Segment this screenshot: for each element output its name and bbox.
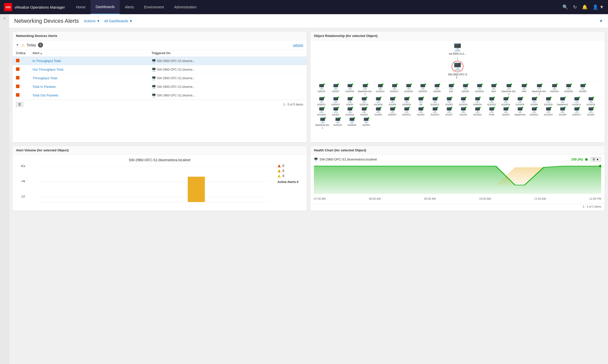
alert-device: 🖥️SW-2960-OFC-S1.blueme...	[152, 93, 303, 97]
share-icon[interactable]: ✦	[599, 18, 603, 24]
rel-child-node[interactable]: 🖥️ Gi1/0/22	[471, 107, 484, 116]
rel-child-node[interactable]: 🖥️ Gi3/0/24	[471, 97, 484, 106]
green-status-dot	[366, 97, 367, 98]
alert-name-link[interactable]: Throughput Total	[32, 76, 57, 80]
nav-dashboards[interactable]: Dashboards	[91, 0, 120, 14]
rel-child-node[interactable]: 🖥️ Gi2/0/7	[329, 84, 342, 96]
rel-child-node[interactable]: 🖥️ Gi1/0/25	[513, 97, 526, 106]
rel-child-node[interactable]: 🖥️ Gi2/0/16	[473, 84, 486, 96]
rel-child-node[interactable]: 🖥️ Gi1/0/15	[343, 84, 356, 96]
rel-child-icon: 🖥️	[474, 97, 481, 103]
rel-child-node[interactable]: 🖥️ Gi3/0/1	[343, 97, 356, 106]
rel-child-node[interactable]: 🖥️ Gi1/0/2	[584, 107, 597, 116]
rel-child-node[interactable]: 🖥️ Gi3/0/21	[315, 97, 328, 106]
rel-child-node[interactable]: 🖥️ Vl40	[517, 84, 531, 96]
rel-child-node[interactable]: 🖥️ Gi1/0/19	[499, 97, 512, 106]
refresh-icon[interactable]: ↻	[573, 4, 577, 10]
rel-child-node[interactable]: 🖥️ Gi2/0/9	[386, 97, 399, 106]
rel-child-node[interactable]: 🖥️ Gi2/0/5	[459, 84, 472, 96]
rel-child-node[interactable]: 🖥️ Gi1/0/12	[374, 84, 387, 96]
rel-child-label: Gi2/0/16	[475, 90, 484, 93]
rel-child-node[interactable]: 🖥️ Gi1/0/24	[457, 97, 470, 106]
rel-child-node[interactable]: 🖥️ Gi1/0/23	[343, 107, 356, 116]
rel-child-node[interactable]: 🖥️ StackPort2	[513, 107, 526, 116]
rel-child-node[interactable]: 🖥️ StackPort1	[556, 97, 569, 106]
rel-child-node[interactable]: 🖥️ Gi1/0/10	[542, 107, 555, 116]
nav-alerts[interactable]: Alerts	[120, 0, 139, 14]
rel-child-node[interactable]: 🖥️ Gi1/0/1	[329, 107, 342, 116]
actions-menu[interactable]: Actions ▼	[84, 19, 100, 23]
rel-child-node[interactable]: 🖥️ Gi1/0/6	[528, 97, 541, 106]
rel-child-node[interactable]: 🖥️ Gi2/0/27	[329, 97, 342, 106]
rel-child-node[interactable]: 🖥️ Gi2/0/23	[548, 84, 561, 96]
rel-child-node[interactable]: 🖥️ StackSub-St2-1	[315, 117, 330, 129]
rel-child-node[interactable]: 🖥️ Gi2/0/20	[400, 97, 413, 106]
alert-table-row[interactable]: In Throughput Total 🖥️SW-2960-OFC-S1.blu…	[12, 57, 307, 65]
rel-child-node[interactable]: 🖥️ Gi1/0/8	[556, 107, 569, 116]
rel-child-node[interactable]: 🖥️ Gi1/0/20	[542, 97, 555, 106]
rel-child-node[interactable]: 🖥️ StackSub-St1-2	[532, 84, 547, 96]
rel-child-node[interactable]: 🖥️ Gi1/0/6	[372, 107, 385, 116]
bell-icon[interactable]: 🔔	[582, 4, 587, 10]
rel-child-node[interactable]: 🖥️ Gi1/0/10	[584, 97, 597, 106]
alert-table-row[interactable]: Total In Packets 🖥️SW-2960-OFC-S1.blueme…	[12, 83, 307, 91]
alert-table-row[interactable]: Total Out Packets 🖥️SW-2960-OFC-S1.bluem…	[12, 91, 307, 100]
alert-name-link[interactable]: Total Out Packets	[32, 93, 58, 97]
rel-child-node[interactable]: 🖥️ Vlt	[414, 97, 427, 106]
search-icon[interactable]: 🔍	[562, 4, 568, 10]
rel-child-node[interactable]: 🖥️ Gi2/0/18	[357, 97, 371, 106]
rel-child-node[interactable]: 🖥️ Gi2/0/4	[357, 107, 371, 116]
rel-child-node[interactable]: 🖥️ Gi1/0/3	[442, 97, 456, 106]
rel-child-node[interactable]: 🖥️ Gi1/0/4	[457, 107, 470, 116]
rel-child-node[interactable]: 🖥️ Gi3/0/17	[570, 107, 583, 116]
rel-child-label: Gi3/0/17	[572, 113, 581, 116]
hc-legend-button[interactable]: ☰ ▼	[590, 157, 601, 162]
col-alert[interactable]: Alert ▲	[29, 50, 148, 57]
all-dashboards-menu[interactable]: All Dashboards ▼	[104, 19, 133, 23]
alert-name-link[interactable]: In Throughput Total	[32, 59, 61, 63]
rel-child-node[interactable]: 🖥️ Gi1/0/5	[576, 84, 589, 96]
sidebar-toggle[interactable]: »	[0, 14, 9, 364]
rel-child-node[interactable]: 🖥️ Po30	[485, 107, 498, 116]
rel-child-node[interactable]: 🖥️ Gi2/0/11	[400, 107, 413, 116]
alert-name-link[interactable]: Total In Packets	[32, 85, 56, 89]
rel-child-label: Fa2	[449, 90, 453, 93]
rel-child-node[interactable]: 🖥️ Gi/0/18	[315, 84, 328, 96]
user-icon[interactable]: 👤 ▼	[593, 4, 604, 10]
rel-child-node[interactable]: 🖥️ Fa2	[444, 84, 458, 96]
health-panel-title: Health Chart (for selected Object)	[310, 146, 605, 155]
rel-child-node[interactable]: 🖥️ Gi3/0/28	[345, 117, 358, 129]
nav-administration[interactable]: Administration	[169, 0, 202, 14]
rel-child-icon: 🖥️	[420, 84, 426, 90]
nav-home[interactable]: Home	[71, 0, 90, 14]
refresh-link[interactable]: refresh	[293, 43, 303, 47]
rel-child-node[interactable]: 🖥️ Gi2/0/11	[528, 107, 541, 116]
rel-child-node[interactable]: 🖥️ Gi2/0/8	[430, 84, 443, 96]
rel-child-node[interactable]: 🖥️ Gi2/0/25	[416, 84, 429, 96]
rel-child-node[interactable]: 🖥️ Gi1/0/11	[570, 97, 583, 106]
alerts-collapse-icon[interactable]: ▼	[16, 43, 19, 47]
rel-child-node[interactable]: 🖥️ Gi1/0/26	[372, 97, 385, 106]
rel-child-node[interactable]: 🖥️ Gi2/0/4	[359, 117, 373, 129]
alert-table-row[interactable]: Out Throughput Total 🖥️SW-2960-OFC-S1.bl…	[12, 65, 307, 74]
rel-child-node[interactable]: 🖥️ Gi1/0/3	[414, 107, 427, 116]
rel-child-node[interactable]: 🖥️ Nu0	[487, 84, 500, 96]
rel-child-node[interactable]: 🖥️ Gi1/0/13	[428, 97, 441, 106]
rel-child-node[interactable]: 🖥️ Gi1/0/7	[442, 107, 456, 116]
rel-child-node[interactable]: 🖥️ Gi1/0/24	[402, 84, 415, 96]
alert-table-row[interactable]: Throughput Total 🖥️SW-2960-OFC-S1.blueme…	[12, 74, 307, 83]
rel-child-node[interactable]: 🖥️ Gi3/0/27	[386, 107, 399, 116]
alert-name-link[interactable]: Out Throughput Total	[32, 68, 63, 71]
rel-child-node[interactable]: 🖥️ Gi2/0/3	[499, 107, 512, 116]
nav-environment[interactable]: Environment	[139, 0, 169, 14]
rel-child-node[interactable]: 🖥️ StackSub-St2-2	[501, 84, 516, 96]
rel-child-node[interactable]: 🖥️ Gi1/0/22	[485, 97, 498, 106]
rel-child-node[interactable]: 🖥️ Gi2/0/28	[562, 84, 575, 96]
rel-child-node[interactable]: 🖥️ Gi2/0/15	[331, 117, 344, 129]
rel-child-node[interactable]: 🖥️ Gi1/0/25	[315, 107, 328, 116]
column-toggle-button[interactable]: ☰	[16, 102, 23, 107]
rel-child-node[interactable]: 🖥️ StackSub-St1-1	[357, 84, 373, 96]
green-status-dot	[324, 117, 326, 119]
rel-child-node[interactable]: 🖥️ Gi1/0/17	[388, 84, 401, 96]
rel-child-node[interactable]: 🖥️ Gi1/0/13	[428, 107, 441, 116]
